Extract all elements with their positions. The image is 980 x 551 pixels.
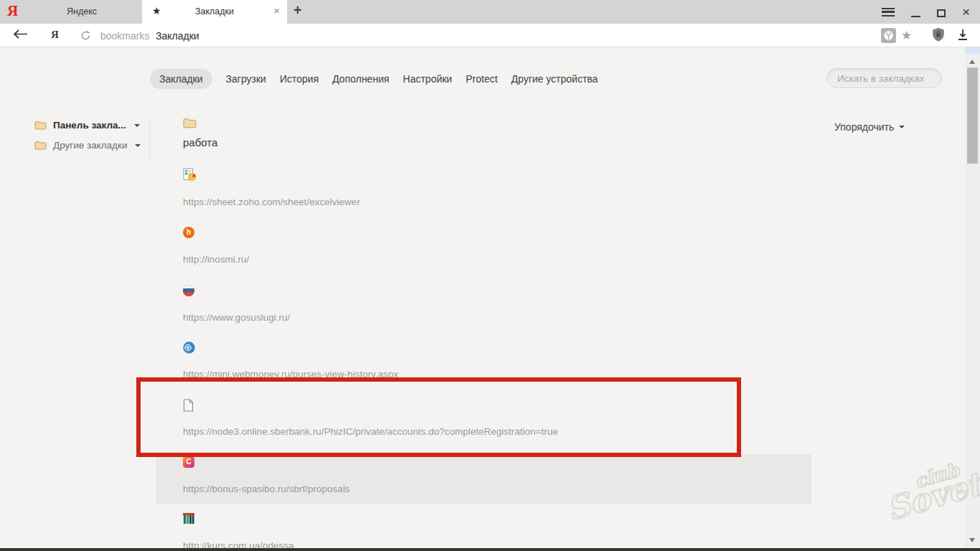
bookmark-star-icon[interactable]: [901, 28, 912, 43]
scroll-up-icon[interactable]: [969, 57, 975, 64]
nav-tab-downloads[interactable]: Загрузки: [226, 69, 266, 89]
folder-icon: [34, 141, 47, 150]
bookmark-folder-rabota[interactable]: работа: [183, 118, 829, 171]
bookmark-search: [826, 68, 942, 88]
toolbar: Я bookmarks Закладки: [0, 24, 980, 47]
bookmark-item-zoho[interactable]: https://sheet.zoho.com/sheet/excelviewer: [183, 169, 829, 222]
menu-icon[interactable]: [882, 8, 895, 17]
back-icon[interactable]: [13, 29, 28, 42]
inosmi-icon: h: [183, 227, 194, 238]
sidebar-divider: [149, 117, 150, 164]
bookmark-item-spasibo[interactable]: C https://bonus-spasibo.ru/sbrf/proposal…: [183, 456, 829, 509]
scroll-down-icon[interactable]: [969, 538, 975, 545]
chevron-down-icon[interactable]: [134, 124, 140, 130]
chevron-down-icon: [899, 126, 905, 131]
chevron-down-icon[interactable]: [135, 144, 141, 150]
spasibo-icon: C: [183, 456, 194, 468]
minimize-icon[interactable]: [911, 6, 920, 17]
bookmarks-nav: Закладки Загрузки История Дополнения Нас…: [150, 69, 598, 89]
nav-tab-other-devices[interactable]: Другие устройства: [512, 69, 598, 89]
nav-tab-bookmarks[interactable]: Закладки: [150, 69, 212, 89]
nav-tab-extensions[interactable]: Дополнения: [332, 69, 389, 89]
bookmark-folder-label: работа: [183, 136, 217, 149]
nav-tab-settings[interactable]: Настройки: [403, 69, 453, 89]
nav-tab-history[interactable]: История: [280, 69, 319, 89]
yandex-logo: Я: [7, 2, 18, 20]
bookmark-item-inosmi[interactable]: h http://inosmi.ru/: [183, 227, 829, 280]
sidebar-item-label: Панель закла...: [53, 120, 126, 131]
bookmark-url: https://bonus-spasibo.ru/sbrf/proposals: [183, 484, 350, 494]
new-tab-button[interactable]: +: [293, 2, 302, 19]
sidebar-item-label: Другие закладки: [53, 140, 127, 151]
bookmark-item-gosuslugi[interactable]: https://www.gosuslugi.ru/: [183, 285, 829, 338]
bookmark-url: https://www.gosuslugi.ru/: [183, 312, 290, 323]
window-close-icon[interactable]: ×: [962, 0, 970, 24]
sidebar-item-bookmarks-bar[interactable]: Панель закла...: [34, 120, 140, 131]
tab-bookmarks[interactable]: Закладки ×: [142, 0, 287, 24]
protect-shield-icon[interactable]: [932, 27, 945, 45]
bookmark-item-kurs[interactable]: http://kurs.com.ua/odessa: [183, 513, 829, 551]
russia-flag-icon: [183, 285, 194, 296]
window-controls: ×: [882, 0, 970, 24]
scrollbar[interactable]: [965, 47, 980, 551]
sidebar-item-other-bookmarks[interactable]: Другие закладки: [34, 140, 141, 151]
nav-tab-protect[interactable]: Protect: [466, 69, 497, 89]
scrollbar-top-accent: [965, 47, 980, 54]
webmoney-globe-icon: [183, 342, 195, 357]
annotation-rectangle: [136, 377, 741, 457]
browser-window: Я Яндекс Закладки × + × Я bookmarks Закл…: [0, 0, 980, 551]
bookmark-url: http://inosmi.ru/: [183, 254, 249, 265]
sort-dropdown[interactable]: Упорядочить: [834, 121, 905, 133]
scrollbar-thumb[interactable]: [967, 67, 978, 164]
sort-label: Упорядочить: [834, 121, 894, 133]
window-bottom-edge: [0, 548, 980, 551]
search-input[interactable]: [827, 69, 941, 88]
refresh-icon[interactable]: [80, 30, 91, 44]
address-section-label[interactable]: bookmarks: [100, 30, 149, 42]
tab-bar: Я Яндекс Закладки × + ×: [0, 0, 980, 24]
download-icon[interactable]: [957, 29, 969, 44]
tab-close-icon[interactable]: ×: [273, 4, 280, 17]
address-page-title[interactable]: Закладки: [156, 30, 199, 42]
kurs-chart-icon: [183, 513, 194, 527]
zen-badge-icon[interactable]: [881, 28, 896, 43]
folder-icon: [34, 121, 47, 130]
tab-title: Закладки: [142, 0, 287, 24]
folder-icon: [183, 118, 197, 131]
zoho-sheet-icon: [183, 168, 197, 184]
tab-yandex[interactable]: Яндекс: [22, 0, 142, 24]
yandex-home-icon[interactable]: Я: [51, 29, 59, 41]
restore-icon[interactable]: [937, 9, 946, 17]
bookmark-url: https://sheet.zoho.com/sheet/excelviewer: [183, 197, 360, 207]
